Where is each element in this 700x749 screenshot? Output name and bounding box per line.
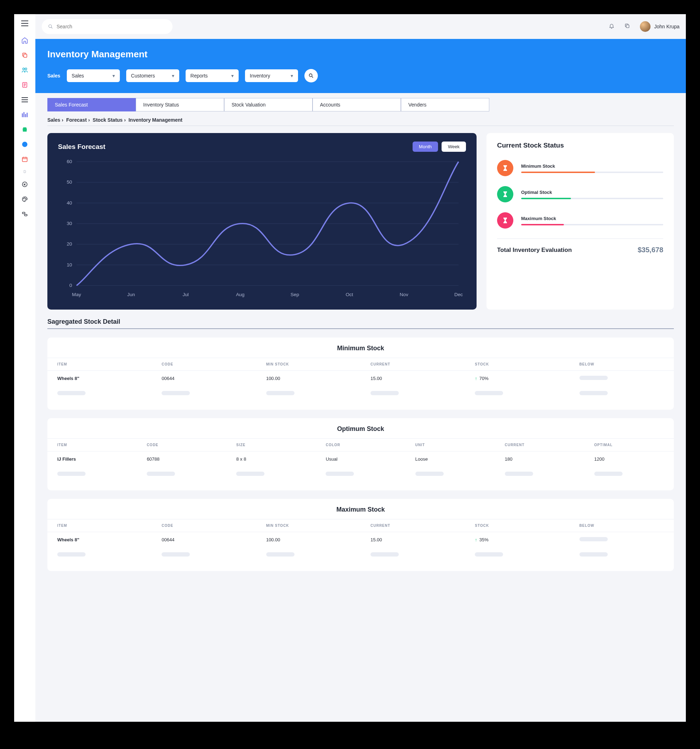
breadcrumb: Sales› Forecast› Stock Status› Inventory… <box>47 112 674 126</box>
svg-text:20: 20 <box>67 242 72 247</box>
svg-text:30: 30 <box>67 221 72 226</box>
table-row[interactable]: IJ Fillers 60788 8 x 8 Usual Loose 180 1… <box>47 451 674 467</box>
svg-rect-6 <box>25 114 26 117</box>
bell-icon[interactable] <box>609 23 615 31</box>
chevron-down-icon: ▾ <box>231 73 234 78</box>
nav-list-icon[interactable] <box>18 93 31 106</box>
toggle-month[interactable]: Month <box>413 142 438 152</box>
menu-toggle-icon[interactable] <box>21 20 28 28</box>
svg-text:0: 0 <box>69 283 72 288</box>
stock-row-minimum: Minimum Stock <box>497 160 663 176</box>
sidebar: D <box>14 14 35 722</box>
stock-bar-opt <box>521 198 663 199</box>
table-row <box>47 386 674 401</box>
table-row[interactable]: Wheels 8" 00644 100.00 15.00 ↑35% <box>47 532 674 548</box>
svg-text:Oct: Oct <box>346 292 354 297</box>
stock-status-title: Current Stock Status <box>497 142 663 149</box>
arrow-up-icon: ↑ <box>475 537 477 543</box>
user-name: John Krupa <box>654 24 680 29</box>
table-title-opt: Optimum Stock <box>47 425 674 433</box>
svg-point-12 <box>26 199 26 199</box>
svg-rect-13 <box>22 212 25 214</box>
search-icon <box>48 24 53 29</box>
sagregated-title: Sagregated Stock Detail <box>47 318 674 329</box>
copy-header-icon[interactable] <box>624 23 630 30</box>
table-maximum-stock: Maximum Stock ITEMCODE MIN STOCKCURRENT … <box>47 499 674 571</box>
select-customers[interactable]: Customers▾ <box>126 69 179 82</box>
svg-point-10 <box>23 199 24 199</box>
total-inventory-label: Total Inventory Evaluation <box>497 247 572 254</box>
chevron-down-icon: ▾ <box>113 73 115 78</box>
crumb-stock-status[interactable]: Stock Status <box>93 117 123 123</box>
svg-point-11 <box>24 198 25 199</box>
page-header: Inventory Management Sales Sales▾ Custom… <box>35 39 686 93</box>
nav-document-icon[interactable] <box>18 78 31 91</box>
svg-text:40: 40 <box>67 200 72 206</box>
user-menu[interactable]: John Krupa <box>640 21 680 32</box>
nav-pie-icon[interactable] <box>18 138 31 151</box>
chart-title: Sales Forecast <box>58 143 105 151</box>
total-inventory-value: $35,678 <box>638 246 663 254</box>
svg-text:Dec: Dec <box>454 292 463 297</box>
svg-text:60: 60 <box>67 159 72 164</box>
hourglass-icon <box>497 160 513 176</box>
stock-row-maximum: Maximum Stock <box>497 212 663 229</box>
nav-copy-icon[interactable] <box>18 49 31 61</box>
stock-label-max: Maximum Stock <box>521 216 663 221</box>
nav-capsule-icon[interactable] <box>18 208 31 220</box>
nav-store-icon[interactable] <box>18 123 31 136</box>
stock-status-card: Current Stock Status Minimum Stock Optim… <box>486 133 674 310</box>
topbar: John Krupa <box>35 14 686 39</box>
nav-home-icon[interactable] <box>18 34 31 47</box>
stock-bar-max <box>521 224 663 225</box>
nav-bars-icon[interactable] <box>18 108 31 121</box>
svg-rect-5 <box>23 112 24 117</box>
tab-sales-forecast[interactable]: Sales Forecast <box>47 98 136 112</box>
select-inventory[interactable]: Inventory▾ <box>245 69 298 82</box>
nav-calendar-icon[interactable] <box>18 153 31 165</box>
nav-users-icon[interactable] <box>18 64 31 76</box>
hourglass-icon <box>497 212 513 229</box>
arrow-up-icon: ↑ <box>475 376 477 381</box>
svg-rect-0 <box>24 54 27 57</box>
search-input[interactable] <box>56 24 166 29</box>
table-title-max: Maximum Stock <box>47 506 674 514</box>
select-sales[interactable]: Sales▾ <box>67 69 120 82</box>
tab-stock-valuation[interactable]: Stock Valuation <box>224 98 313 112</box>
svg-rect-7 <box>26 113 27 118</box>
svg-text:Sep: Sep <box>291 292 299 297</box>
svg-rect-14 <box>24 214 27 216</box>
tab-inventory-status[interactable]: Inventory Status <box>136 98 224 112</box>
nav-palette-icon[interactable] <box>18 193 31 206</box>
crumb-forecast[interactable]: Forecast <box>66 117 87 123</box>
svg-text:Nov: Nov <box>400 292 409 297</box>
chevron-down-icon: ▾ <box>291 73 293 78</box>
svg-text:May: May <box>72 292 81 297</box>
table-title-min: Minimum Stock <box>47 345 674 352</box>
chart-canvas: 0102030405060MayJunJulAugSepOctNovDec <box>58 158 466 300</box>
page-title: Inventory Management <box>47 49 674 60</box>
sidebar-separator: D <box>23 170 26 174</box>
toggle-week[interactable]: Week <box>442 142 466 152</box>
nav-rocket-icon[interactable] <box>18 178 31 191</box>
table-optimum-stock: Optimum Stock ITEMCODE SIZECOLOR UNITCUR… <box>47 418 674 491</box>
filter-search-button[interactable] <box>304 69 318 83</box>
tab-accounts[interactable]: Accounts <box>313 98 401 112</box>
table-row[interactable]: Wheels 8" 00644 100.00 15.00 ↑70% <box>47 371 674 386</box>
crumb-inventory: Inventory Management <box>128 117 182 123</box>
stock-bar-min <box>521 171 663 173</box>
tabs: Sales Forecast Inventory Status Stock Va… <box>47 98 674 112</box>
hourglass-icon <box>497 186 513 202</box>
svg-text:Jun: Jun <box>127 292 135 297</box>
search-box[interactable] <box>42 19 172 34</box>
svg-text:50: 50 <box>67 180 72 185</box>
svg-text:Jul: Jul <box>182 292 188 297</box>
crumb-sales[interactable]: Sales <box>47 117 61 123</box>
skeleton-placeholder <box>580 376 608 380</box>
select-reports[interactable]: Reports▾ <box>186 69 239 82</box>
stock-label-opt: Optimal Stock <box>521 190 663 195</box>
svg-point-2 <box>25 68 27 70</box>
table-row <box>47 547 674 563</box>
table-minimum-stock: Minimum Stock ITEM CODE MIN STOCK CURREN… <box>47 338 674 410</box>
tab-venders[interactable]: Venders <box>401 98 489 112</box>
